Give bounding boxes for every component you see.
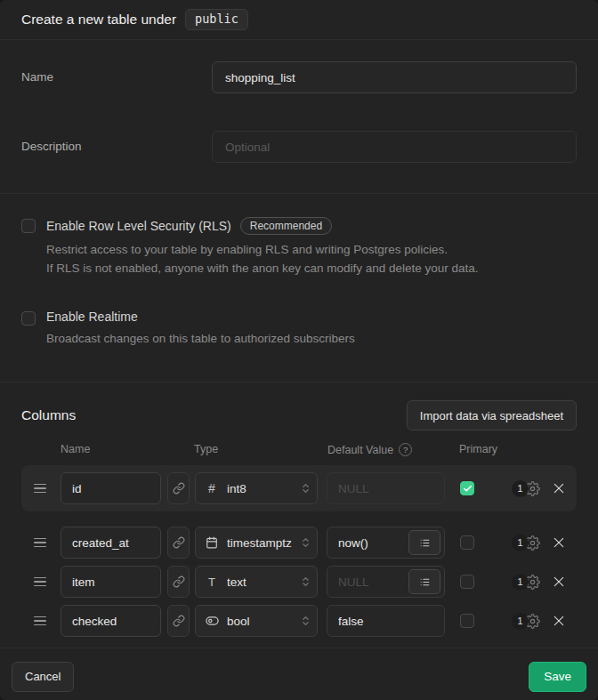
rls-option: Enable Row Level Security (RLS) Recommen… xyxy=(21,217,577,278)
settings-count-badge: 1 xyxy=(512,480,529,497)
columns-title: Columns xyxy=(21,407,76,423)
options-section: Enable Row Level Security (RLS) Recommen… xyxy=(0,194,598,382)
primary-checkbox[interactable] xyxy=(460,575,474,589)
check-icon xyxy=(463,484,473,494)
delete-column-icon[interactable] xyxy=(550,479,568,497)
import-data-button[interactable]: Import data via spreadsheet xyxy=(407,400,577,430)
foreign-key-link-icon[interactable] xyxy=(167,472,190,504)
column-settings-button[interactable]: 1 xyxy=(512,574,540,591)
table-details-section: Name shopping_list Description Optional xyxy=(0,40,598,194)
header-default: Default Value xyxy=(327,444,393,456)
column-type-label: text xyxy=(227,575,302,589)
text-icon: T xyxy=(205,575,219,589)
drag-handle-icon[interactable] xyxy=(34,616,46,626)
dialog-header: Create a new table under public xyxy=(0,0,598,40)
recommended-badge: Recommended xyxy=(240,217,332,235)
rls-label: Enable Row Level Security (RLS) xyxy=(46,219,231,233)
description-input[interactable]: Optional xyxy=(212,131,577,163)
column-settings-button[interactable]: 1 xyxy=(512,480,540,497)
settings-count-badge: 1 xyxy=(512,535,529,551)
chevron-updown-icon xyxy=(302,615,310,627)
name-field-row: Name shopping_list xyxy=(21,61,577,93)
realtime-description: Broadcast changes on this table to autho… xyxy=(46,329,355,348)
column-type-label: bool xyxy=(227,615,302,628)
column-settings-button[interactable]: 1 xyxy=(512,535,540,551)
header-type: Type xyxy=(194,443,218,455)
description-label: Description xyxy=(21,131,212,163)
primary-checkbox[interactable] xyxy=(460,614,474,628)
column-type-label: timestamptz xyxy=(227,536,302,550)
column-name-input[interactable]: id xyxy=(61,472,161,504)
column-row-item: item T text NULL 1 xyxy=(21,566,577,598)
column-name-input[interactable]: item xyxy=(61,566,161,598)
rls-checkbox[interactable] xyxy=(21,219,36,233)
save-button[interactable]: Save xyxy=(529,662,586,692)
dialog-footer: Cancel Save xyxy=(0,648,598,700)
hash-icon: # xyxy=(205,481,219,495)
cancel-button[interactable]: Cancel xyxy=(12,662,74,692)
column-type-select[interactable]: bool xyxy=(195,605,318,637)
settings-count-badge: 1 xyxy=(512,574,529,591)
column-type-label: int8 xyxy=(227,482,302,495)
dialog-title: Create a new table under xyxy=(21,12,176,28)
column-default-input[interactable]: false xyxy=(327,605,445,637)
column-default-input[interactable]: now() xyxy=(327,527,445,559)
foreign-key-link-icon[interactable] xyxy=(167,566,190,598)
drag-handle-icon[interactable] xyxy=(34,538,46,548)
create-table-dialog: Create a new table under public Name sho… xyxy=(0,0,598,700)
realtime-checkbox[interactable] xyxy=(21,311,36,326)
realtime-option: Enable Realtime Broadcast changes on thi… xyxy=(21,310,577,348)
columns-header-row: Name Type Default Value? Primary xyxy=(21,443,577,456)
column-default-input: NULL xyxy=(327,472,445,504)
foreign-key-link-icon[interactable] xyxy=(167,527,190,559)
rls-description-line1: Restrict access to your table by enablin… xyxy=(46,240,479,259)
header-name: Name xyxy=(61,443,90,455)
toggle-icon xyxy=(205,616,219,626)
column-default-input[interactable]: NULL xyxy=(327,566,445,598)
delete-column-icon[interactable] xyxy=(550,573,568,591)
column-type-select[interactable]: T text xyxy=(195,566,318,598)
column-row-checked: checked bool false 1 xyxy=(21,605,577,637)
column-row-created-at: created_at timestamptz now() 1 xyxy=(21,527,577,559)
description-field-row: Description Optional xyxy=(21,131,577,163)
calendar-icon xyxy=(205,536,219,549)
primary-checkbox[interactable] xyxy=(460,481,474,495)
column-settings-button[interactable]: 1 xyxy=(512,613,540,630)
help-icon[interactable]: ? xyxy=(399,443,412,456)
column-type-select[interactable]: timestamptz xyxy=(195,527,318,559)
column-type-select[interactable]: # int8 xyxy=(195,472,318,504)
settings-count-badge: 1 xyxy=(512,613,529,630)
name-input[interactable]: shopping_list xyxy=(212,61,577,93)
realtime-label: Enable Realtime xyxy=(46,310,138,324)
header-primary: Primary xyxy=(459,443,497,455)
chevron-updown-icon xyxy=(302,575,310,588)
column-row-id: id # int8 NULL 1 xyxy=(21,472,577,504)
drag-handle-icon[interactable] xyxy=(34,484,46,494)
drag-handle-icon[interactable] xyxy=(34,577,46,587)
chevron-updown-icon xyxy=(302,482,310,495)
primary-checkbox[interactable] xyxy=(460,535,474,550)
column-name-input[interactable]: created_at xyxy=(61,527,161,559)
name-label: Name xyxy=(21,61,212,93)
column-name-input[interactable]: checked xyxy=(61,605,161,637)
delete-column-icon[interactable] xyxy=(550,534,568,551)
rls-description-line2: If RLS is not enabled, anyone with the a… xyxy=(46,259,479,278)
schema-badge: public xyxy=(185,9,248,30)
foreign-key-link-icon[interactable] xyxy=(167,605,190,637)
default-value-picker-icon[interactable] xyxy=(408,569,440,594)
delete-column-icon[interactable] xyxy=(550,612,568,630)
default-value-picker-icon[interactable] xyxy=(408,530,440,555)
columns-section: Columns Import data via spreadsheet Name… xyxy=(0,382,598,648)
column-row-highlight: id # int8 NULL 1 xyxy=(21,465,577,511)
chevron-updown-icon xyxy=(302,536,310,549)
